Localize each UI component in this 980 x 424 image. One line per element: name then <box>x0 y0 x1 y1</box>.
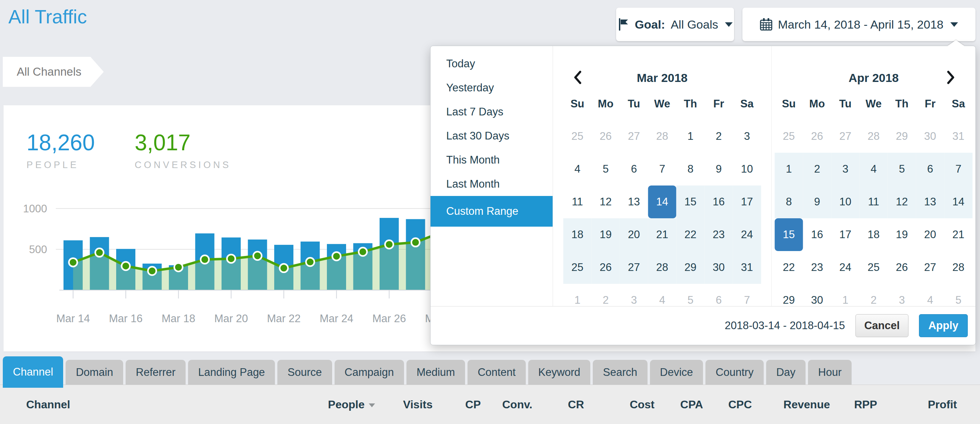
day-cell[interactable]: 10 <box>831 186 860 218</box>
day-cell[interactable]: 25 <box>775 120 803 153</box>
column-header-cpa[interactable]: CPA <box>654 398 703 411</box>
day-cell[interactable]: 31 <box>944 120 973 153</box>
day-cell[interactable]: 28 <box>648 251 676 284</box>
day-cell[interactable]: 9 <box>705 153 733 186</box>
day-cell[interactable]: 8 <box>676 153 705 186</box>
day-cell[interactable]: 8 <box>775 186 803 218</box>
day-cell[interactable]: 24 <box>831 251 860 284</box>
range-item-last-30-days[interactable]: Last 30 Days <box>431 124 553 148</box>
day-cell[interactable]: 25 <box>860 251 888 284</box>
day-cell[interactable]: 26 <box>888 251 916 284</box>
apply-button[interactable]: Apply <box>919 314 968 337</box>
column-header-people[interactable]: People <box>304 398 375 411</box>
day-cell[interactable]: 16 <box>705 186 733 218</box>
tab-day[interactable]: Day <box>766 360 805 384</box>
day-cell[interactable]: 17 <box>733 186 761 218</box>
day-cell[interactable]: 13 <box>916 186 944 218</box>
tab-content[interactable]: Content <box>468 360 526 384</box>
day-cell[interactable]: 1 <box>775 153 803 186</box>
range-item-today[interactable]: Today <box>431 52 553 76</box>
day-cell[interactable]: 1 <box>676 120 705 153</box>
prev-month-button[interactable] <box>567 67 588 88</box>
day-cell[interactable]: 26 <box>592 251 620 284</box>
day-cell[interactable]: 23 <box>803 251 831 284</box>
column-header-channel[interactable]: Channel <box>0 398 304 411</box>
tab-domain[interactable]: Domain <box>65 360 123 384</box>
day-cell[interactable]: 27 <box>620 251 648 284</box>
day-cell[interactable]: 14 <box>944 186 973 218</box>
tab-source[interactable]: Source <box>277 360 332 384</box>
day-cell[interactable]: 4 <box>563 153 592 186</box>
column-header-visits[interactable]: Visits <box>375 398 433 411</box>
day-cell[interactable]: 19 <box>888 218 916 251</box>
day-cell[interactable]: 2 <box>705 120 733 153</box>
day-cell[interactable]: 20 <box>916 218 944 251</box>
column-header-cr[interactable]: CR <box>532 398 584 411</box>
tab-hour[interactable]: Hour <box>808 360 852 384</box>
tab-keyword[interactable]: Keyword <box>528 360 591 384</box>
tab-landing-page[interactable]: Landing Page <box>188 360 275 384</box>
day-cell[interactable]: 12 <box>592 186 620 218</box>
day-cell[interactable]: 29 <box>676 251 705 284</box>
day-cell[interactable]: 5 <box>592 153 620 186</box>
day-cell[interactable]: 25 <box>563 251 592 284</box>
day-cell[interactable]: 27 <box>831 120 860 153</box>
day-cell[interactable]: 22 <box>775 251 803 284</box>
tab-medium[interactable]: Medium <box>406 360 465 384</box>
tab-channel[interactable]: Channel <box>3 356 63 388</box>
day-cell[interactable]: 25 <box>563 120 592 153</box>
range-item-yesterday[interactable]: Yesterday <box>431 76 553 100</box>
day-cell[interactable]: 21 <box>944 218 973 251</box>
day-cell[interactable]: 22 <box>676 218 705 251</box>
day-cell[interactable]: 28 <box>860 120 888 153</box>
day-cell[interactable]: 21 <box>648 218 676 251</box>
day-cell[interactable]: 16 <box>803 218 831 251</box>
column-header-profit[interactable]: Profit <box>877 398 957 411</box>
day-cell[interactable]: 27 <box>620 120 648 153</box>
day-cell[interactable]: 9 <box>803 186 831 218</box>
column-header-rpp[interactable]: RPP <box>830 398 877 411</box>
tab-search[interactable]: Search <box>593 360 647 384</box>
column-header-revenue[interactable]: Revenue <box>752 398 830 411</box>
day-cell[interactable]: 26 <box>592 120 620 153</box>
range-item-last-month[interactable]: Last Month <box>431 172 553 196</box>
tab-campaign[interactable]: Campaign <box>334 360 404 384</box>
tab-country[interactable]: Country <box>705 360 764 384</box>
day-cell[interactable]: 24 <box>733 218 761 251</box>
range-item-custom-range[interactable]: Custom Range <box>431 196 553 227</box>
column-header-conv[interactable]: Conv. <box>481 398 532 411</box>
column-header-cp[interactable]: CP <box>433 398 481 411</box>
day-cell[interactable]: 7 <box>944 153 973 186</box>
cancel-button[interactable]: Cancel <box>856 314 908 337</box>
day-cell[interactable]: 18 <box>563 218 592 251</box>
day-cell[interactable]: 20 <box>620 218 648 251</box>
day-cell[interactable]: 30 <box>916 120 944 153</box>
day-cell[interactable]: 23 <box>705 218 733 251</box>
day-cell[interactable]: 4 <box>860 153 888 186</box>
day-cell[interactable]: 2 <box>803 153 831 186</box>
tab-referrer[interactable]: Referrer <box>126 360 186 384</box>
day-cell[interactable]: 3 <box>733 120 761 153</box>
column-header-cpc[interactable]: CPC <box>703 398 752 411</box>
day-cell[interactable]: 30 <box>705 251 733 284</box>
next-month-button[interactable] <box>940 67 961 88</box>
day-cell[interactable]: 5 <box>888 153 916 186</box>
breadcrumb-all-channels[interactable]: All Channels <box>3 57 103 87</box>
column-header-cost[interactable]: Cost <box>584 398 654 411</box>
day-cell[interactable]: 28 <box>944 251 973 284</box>
tab-device[interactable]: Device <box>650 360 703 384</box>
daterange-button[interactable]: March 14, 2018 - April 15, 2018 <box>742 8 975 41</box>
day-cell[interactable]: 26 <box>803 120 831 153</box>
range-item-last-7-days[interactable]: Last 7 Days <box>431 100 553 124</box>
day-cell[interactable]: 27 <box>916 251 944 284</box>
day-cell[interactable]: 19 <box>592 218 620 251</box>
day-cell[interactable]: 3 <box>831 153 860 186</box>
day-cell[interactable]: 6 <box>916 153 944 186</box>
day-cell[interactable]: 28 <box>648 120 676 153</box>
day-cell[interactable]: 11 <box>563 186 592 218</box>
day-cell[interactable]: 14 <box>648 186 676 218</box>
day-cell[interactable]: 12 <box>888 186 916 218</box>
day-cell[interactable]: 29 <box>888 120 916 153</box>
day-cell[interactable]: 17 <box>831 218 860 251</box>
day-cell[interactable]: 15 <box>676 186 705 218</box>
